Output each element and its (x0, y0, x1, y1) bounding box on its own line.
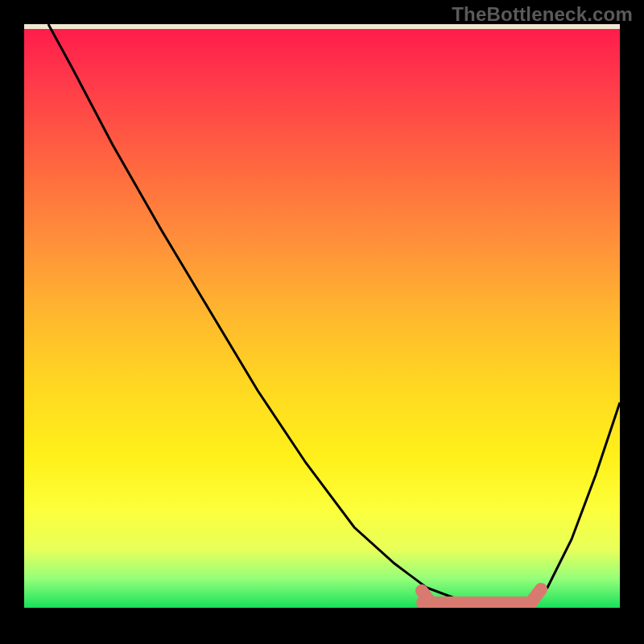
plot-area (24, 24, 620, 608)
valley-end-right (531, 589, 541, 602)
chart-stage: TheBottleneck.com (0, 0, 644, 644)
watermark-text: TheBottleneck.com (452, 3, 633, 26)
bottleneck-curve (48, 24, 620, 606)
curve-svg (24, 24, 620, 608)
